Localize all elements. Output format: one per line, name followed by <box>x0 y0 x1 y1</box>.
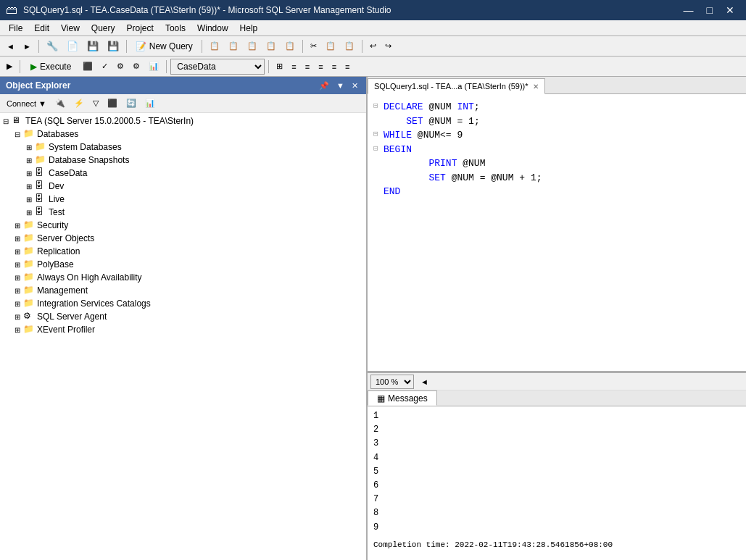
expand-icon[interactable]: ⊞ <box>12 259 23 270</box>
tree-item[interactable]: ⊞📁Security <box>0 219 366 232</box>
tree-item[interactable]: ⊟📁Databases <box>0 128 366 141</box>
toolbar2-btn10[interactable]: ≡ <box>341 60 353 73</box>
tree-item[interactable]: ⊞🗄Live <box>0 193 366 206</box>
expand-icon[interactable]: ⊞ <box>23 154 35 166</box>
expand-icon[interactable]: ⊞ <box>23 167 35 179</box>
fold-icon-3[interactable]: ⊟ <box>373 128 384 141</box>
tree-item[interactable]: ⊞📁Management <box>0 284 366 297</box>
tree-item[interactable]: ⊞🗄Test <box>0 206 366 219</box>
expand-icon[interactable]: ⊞ <box>23 180 35 192</box>
expand-icon[interactable]: ⊞ <box>12 220 23 231</box>
execute-button[interactable]: ▶ Execute <box>24 59 78 74</box>
toolbar2-btn5[interactable]: ⊞ <box>273 59 286 73</box>
back-button[interactable]: ◄ <box>3 40 18 53</box>
pin-icon[interactable]: 📌 <box>317 81 331 91</box>
result-number: 7 <box>373 493 740 506</box>
collapse-icon[interactable]: ⊟ <box>12 128 23 140</box>
menu-item-project[interactable]: Project <box>121 22 159 34</box>
copy-button[interactable]: 📋 <box>322 39 339 53</box>
object-explorer-header: Object Explorer 📌 ▼ ✕ <box>0 77 366 94</box>
toolbar-btn-9[interactable]: 📋 <box>281 39 299 53</box>
toolbar2-btn8[interactable]: ≡ <box>315 60 326 73</box>
query-tab-active[interactable]: SQLQuery1.sql - TEA...a (TEA\SterIn (59)… <box>368 78 545 94</box>
toolbar2-btn3[interactable]: ⚙ <box>129 59 144 73</box>
fold-icon-1[interactable]: ⊟ <box>373 100 384 112</box>
tree-item[interactable]: ⊞📁Database Snapshots <box>0 154 366 167</box>
tree-item[interactable]: ⊞📁Replication <box>0 245 366 258</box>
toolbar-btn-4[interactable]: 💾 <box>104 38 123 54</box>
tree-item[interactable]: ⊞📁PolyBase <box>0 258 366 271</box>
menu-item-edit[interactable]: Edit <box>28 22 55 34</box>
stop-button[interactable]: ⬛ <box>79 59 96 73</box>
toolbar2-btn7[interactable]: ≡ <box>302 60 313 73</box>
menu-item-window[interactable]: Window <box>191 22 234 34</box>
undo-button[interactable]: ↩ <box>366 39 380 53</box>
parse-button[interactable]: ✓ <box>98 59 112 73</box>
code-editor[interactable]: ⊟ DECLARE @NUM INT; SET @NUM = 1; ⊟ WHIL… <box>368 94 746 372</box>
cut-button[interactable]: ✂ <box>307 39 320 53</box>
tree-item[interactable]: ⊞📁Integration Services Catalogs <box>0 297 366 310</box>
toolbar2-btn2[interactable]: ⚙ <box>113 59 128 73</box>
toolbar-btn-7[interactable]: 📋 <box>244 39 261 53</box>
tab-close-icon[interactable]: ✕ <box>533 83 539 91</box>
expand-icon[interactable]: ⊞ <box>23 193 35 205</box>
redo-button[interactable]: ↪ <box>381 39 395 53</box>
disconnect-button[interactable]: 🔌 <box>51 96 69 110</box>
menu-item-view[interactable]: View <box>55 22 86 34</box>
tree-item[interactable]: ⊞📁Server Objects <box>0 232 366 245</box>
fold-icon-4[interactable]: ⊟ <box>373 143 384 155</box>
tree-item[interactable]: ⊞📁XEvent Profiler <box>0 323 366 336</box>
tree-item[interactable]: ⊞⚙SQL Server Agent <box>0 310 366 323</box>
expand-icon[interactable]: ⊞ <box>12 246 23 257</box>
menu-item-file[interactable]: File <box>3 22 28 34</box>
tree-item[interactable]: ⊟🖥TEA (SQL Server 15.0.2000.5 - TEA\Ster… <box>0 114 366 128</box>
results-tab-messages[interactable]: ▦ Messages <box>368 390 437 406</box>
database-selector[interactable]: CaseData <box>170 59 265 75</box>
stop-oe-button[interactable]: ⬛ <box>104 96 121 110</box>
refresh-single-button[interactable]: ⚡ <box>70 96 88 110</box>
maximize-button[interactable]: □ <box>701 3 718 17</box>
tree-item-label: SQL Server Agent <box>37 312 107 322</box>
toolbar-btn-8[interactable]: 📋 <box>262 39 280 53</box>
expand-icon[interactable]: ⊞ <box>12 233 23 244</box>
toolbar2-btn9[interactable]: ≡ <box>328 60 340 73</box>
tree-item[interactable]: ⊞📁System Databases <box>0 141 366 154</box>
new-query-button[interactable]: 📝 New Query <box>130 39 198 54</box>
toolbar2-btn6[interactable]: ≡ <box>288 60 299 73</box>
toolbar-btn-6[interactable]: 📋 <box>225 39 242 53</box>
summary-button[interactable]: 📊 <box>141 96 159 110</box>
filter-button[interactable]: ▽ <box>89 96 102 110</box>
panel-close-icon[interactable]: ✕ <box>349 81 360 91</box>
collapse-icon[interactable]: ⊟ <box>0 115 12 127</box>
expand-icon[interactable]: ⊞ <box>12 298 23 309</box>
tree-item[interactable]: ⊞📁Always On High Availability <box>0 271 366 284</box>
menu-item-tools[interactable]: Tools <box>159 22 191 34</box>
expand-icon[interactable]: ⊞ <box>12 311 23 322</box>
minimize-button[interactable]: — <box>678 3 700 17</box>
tree-item[interactable]: ⊞🗄Dev <box>0 180 366 193</box>
toolbar-btn-5[interactable]: 📋 <box>206 39 223 53</box>
expand-icon[interactable]: ⊞ <box>23 206 35 218</box>
separator <box>38 40 39 53</box>
expand-icon[interactable]: ⊞ <box>12 324 23 335</box>
toolbar2-btn1[interactable]: ▶ <box>3 59 16 73</box>
expand-icon[interactable]: ⊞ <box>12 285 23 296</box>
connect-button[interactable]: Connect ▼ <box>3 97 50 110</box>
zoom-selector[interactable]: 100 % <box>370 375 414 389</box>
refresh-button[interactable]: 🔄 <box>123 96 140 110</box>
menu-item-help[interactable]: Help <box>234 22 264 34</box>
zoom-nav-button[interactable]: ◄ <box>417 375 432 388</box>
expand-icon[interactable]: ⊞ <box>23 141 35 153</box>
toolbar-btn-1[interactable]: 🔧 <box>43 38 62 54</box>
tree-item[interactable]: ⊞🗄CaseData <box>0 167 366 180</box>
panel-dropdown-icon[interactable]: ▼ <box>334 81 347 91</box>
close-button[interactable]: ✕ <box>720 3 740 17</box>
toolbar-btn-3[interactable]: 💾 <box>83 38 102 54</box>
paste-button[interactable]: 📋 <box>341 39 358 53</box>
toolbar-btn-2[interactable]: 📄 <box>63 38 82 54</box>
toolbar2-btn4[interactable]: 📊 <box>145 59 162 73</box>
forward-button[interactable]: ► <box>20 40 35 53</box>
expand-icon[interactable]: ⊞ <box>12 272 23 283</box>
menu-item-query[interactable]: Query <box>86 22 121 34</box>
new-query-label: New Query <box>149 41 193 51</box>
